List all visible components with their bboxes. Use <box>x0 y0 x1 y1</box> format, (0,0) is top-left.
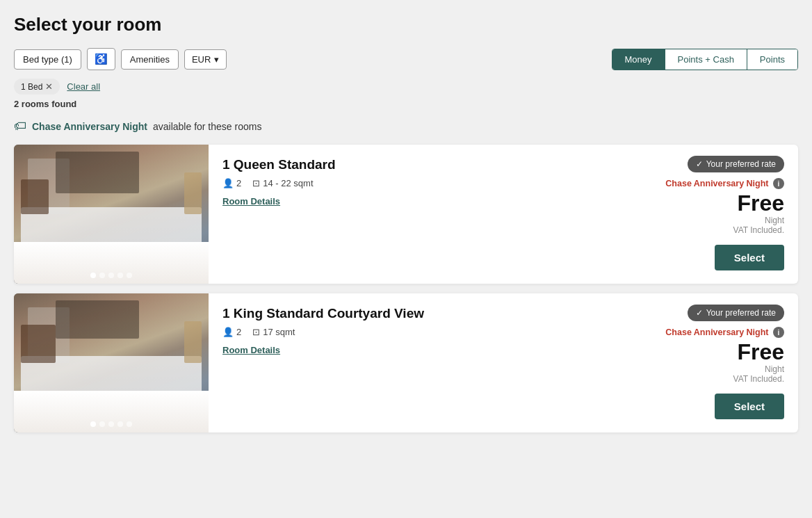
price-2: Free <box>737 340 784 364</box>
filters-left: Bed type (1) ♿ Amenities EUR ▾ <box>14 48 227 70</box>
dot-4 <box>117 273 123 278</box>
room-details-2: 1 King Standard Courtyard View 👤 2 ⊡ 17 … <box>209 293 658 432</box>
info-icon-1[interactable]: i <box>773 178 784 189</box>
dot-2 <box>99 421 105 427</box>
currency-selector[interactable]: EUR ▾ <box>184 49 227 70</box>
size-icon-2: ⊡ <box>252 327 260 337</box>
page-container: Select your room Bed type (1) ♿ Amenitie… <box>0 0 812 456</box>
price-night-1: Night <box>765 216 784 225</box>
room-image-2 <box>14 293 209 432</box>
chase-banner-text: available for these rooms <box>153 121 261 132</box>
person-icon-2: 👤 <box>222 327 234 337</box>
chip-label: 1 Bed <box>21 82 42 92</box>
chase-colored-1: Chase Anniversary Night <box>665 179 768 188</box>
tag-icon: 🏷 <box>14 119 26 133</box>
preferred-rate-badge-1: ✓ Your preferred rate <box>688 156 784 172</box>
price-vat-1: VAT Included. <box>733 225 784 235</box>
chevron-down-icon: ▾ <box>214 54 219 65</box>
room-size-1: ⊡ 14 - 22 sqmt <box>252 178 313 188</box>
chase-night-label-2: Chase Anniversary Night i <box>665 327 784 338</box>
room-details-link-1[interactable]: Room Details <box>222 196 280 207</box>
accessibility-filter[interactable]: ♿ <box>87 48 115 70</box>
room-image-1 <box>14 145 209 284</box>
info-icon-2[interactable]: i <box>773 327 784 338</box>
amenities-filter[interactable]: Amenities <box>121 49 179 70</box>
select-button-2[interactable]: Select <box>715 394 784 419</box>
preferred-rate-badge-2: ✓ Your preferred rate <box>688 305 784 321</box>
dot-1 <box>90 273 96 278</box>
accessibility-icon: ♿ <box>95 53 108 65</box>
size-icon: ⊡ <box>252 178 260 188</box>
bed-filter-chip[interactable]: 1 Bed ✕ <box>14 79 60 95</box>
price-vat-2: VAT Included. <box>733 374 784 384</box>
dot-3 <box>108 421 114 427</box>
rooms-found: 2 rooms found <box>14 99 798 109</box>
carousel-dots-1 <box>90 273 132 278</box>
dot-5 <box>127 273 132 278</box>
bed-type-filter[interactable]: Bed type (1) <box>14 49 81 70</box>
chase-name: Chase Anniversary Night <box>32 121 147 132</box>
room-meta-2: 👤 2 ⊡ 17 sqmt <box>222 327 647 337</box>
checkmark-icon-2: ✓ <box>696 308 703 318</box>
room-card-2: 1 King Standard Courtyard View 👤 2 ⊡ 17 … <box>14 293 798 432</box>
tags-row: 1 Bed ✕ Clear all <box>14 79 798 95</box>
tab-points[interactable]: Points <box>747 49 797 70</box>
room-details-1: 1 Queen Standard 👤 2 ⊡ 14 - 22 sqmt Room… <box>209 145 658 284</box>
dot-2 <box>99 273 105 278</box>
currency-value: EUR <box>192 54 211 65</box>
room-name-2: 1 King Standard Courtyard View <box>222 306 647 321</box>
checkmark-icon: ✓ <box>696 159 703 169</box>
clear-all-button[interactable]: Clear all <box>67 81 100 92</box>
room-pricing-1: ✓ Your preferred rate Chase Anniversary … <box>658 145 798 284</box>
room-size-2: ⊡ 17 sqmt <box>252 327 295 337</box>
person-icon: 👤 <box>222 178 234 188</box>
dot-4 <box>117 421 123 427</box>
chase-colored-2: Chase Anniversary Night <box>665 327 768 337</box>
room-capacity-2: 👤 2 <box>222 327 241 337</box>
select-button-1[interactable]: Select <box>715 245 784 270</box>
room-meta-1: 👤 2 ⊡ 14 - 22 sqmt <box>222 178 647 188</box>
room-name-1: 1 Queen Standard <box>222 157 647 172</box>
room-pricing-2: ✓ Your preferred rate Chase Anniversary … <box>658 293 798 432</box>
carousel-dots-2 <box>90 421 132 427</box>
chase-night-label-1: Chase Anniversary Night i <box>665 178 784 189</box>
tab-money[interactable]: Money <box>612 49 665 70</box>
tab-points-cash[interactable]: Points + Cash <box>665 49 747 70</box>
room-capacity-1: 👤 2 <box>222 178 241 188</box>
payment-tabs: Money Points + Cash Points <box>612 49 798 70</box>
dot-5 <box>127 421 132 427</box>
close-icon: ✕ <box>45 81 53 92</box>
chase-banner: 🏷 Chase Anniversary Night available for … <box>14 119 798 133</box>
page-title: Select your room <box>14 14 798 35</box>
dot-1 <box>90 421 96 427</box>
price-night-2: Night <box>765 364 784 374</box>
room-details-link-2[interactable]: Room Details <box>222 345 280 355</box>
price-1: Free <box>737 191 784 216</box>
dot-3 <box>108 273 114 278</box>
filters-row: Bed type (1) ♿ Amenities EUR ▾ Money Poi… <box>14 48 798 70</box>
room-card-1: 1 Queen Standard 👤 2 ⊡ 14 - 22 sqmt Room… <box>14 145 798 284</box>
